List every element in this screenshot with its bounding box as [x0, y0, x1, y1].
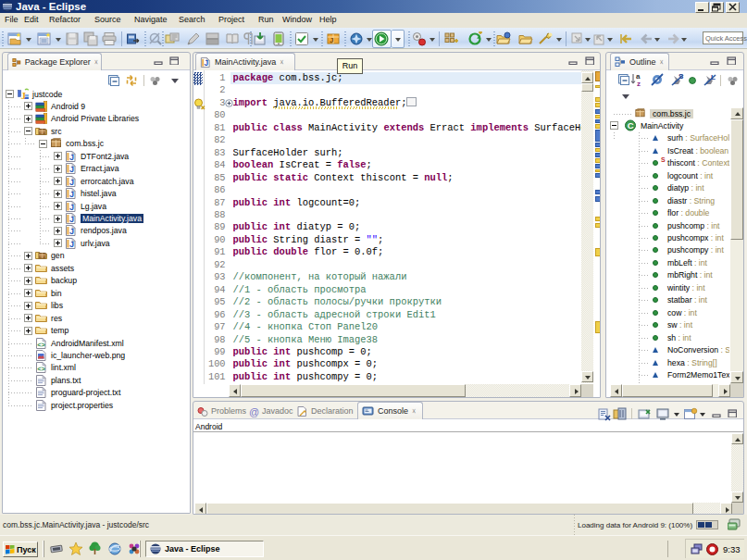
svg-text:J: J [330, 36, 333, 44]
svg-text:@: @ [249, 406, 259, 417]
svg-text:z: z [637, 80, 641, 87]
